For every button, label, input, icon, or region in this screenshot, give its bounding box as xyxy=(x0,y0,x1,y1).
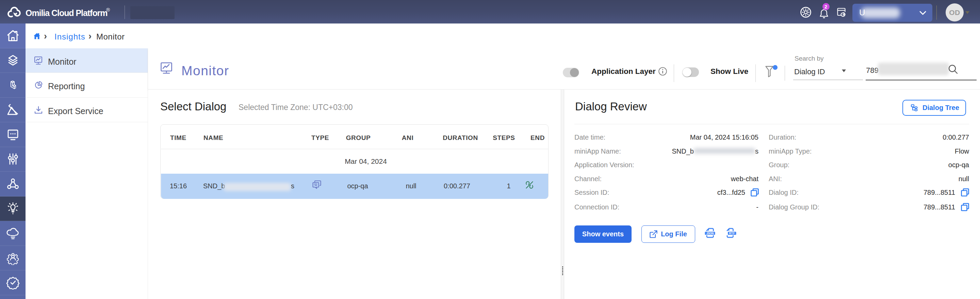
svg-text:RTF: RTF xyxy=(729,232,735,235)
svg-text:JSON: JSON xyxy=(706,232,714,235)
